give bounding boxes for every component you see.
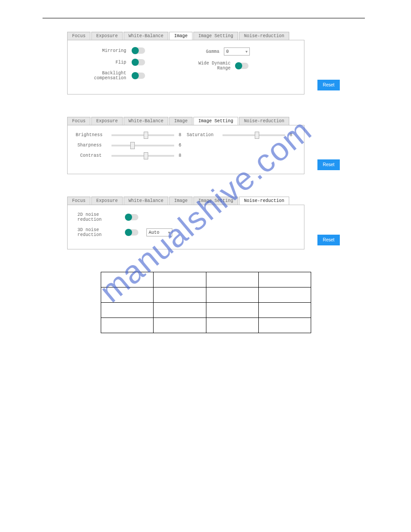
sharpness-value: 6 — [179, 143, 187, 148]
tab-white-balance[interactable]: White-Balance — [124, 117, 168, 125]
tabbar-1: Focus Exposure White-Balance Image Image… — [67, 32, 365, 40]
nr3d-mode-value: Auto — [149, 230, 159, 235]
tab-image-setting[interactable]: Image Setting — [193, 197, 238, 205]
tab-image[interactable]: Image — [169, 117, 193, 125]
nr3d-mode-select[interactable]: Auto ▼ — [146, 228, 172, 236]
table-row — [101, 272, 311, 287]
nr3d-toggle[interactable] — [125, 229, 138, 236]
tab-noise-reduction[interactable]: Noise-reduction — [239, 197, 289, 205]
saturation-value: 8 — [290, 133, 298, 137]
image-panel: Mirroring Flip Backlight compensation Ga… — [67, 40, 304, 94]
noise-reduction-panel: 2D noise reduction 3D noise reduction Au… — [67, 205, 304, 249]
tab-focus[interactable]: Focus — [67, 32, 90, 40]
sharpness-slider[interactable] — [111, 145, 174, 146]
gamma-value: 0 — [226, 49, 229, 54]
brightness-value: 8 — [179, 133, 187, 137]
brightness-slider[interactable] — [111, 134, 174, 136]
tab-white-balance[interactable]: White-Balance — [124, 32, 168, 40]
tab-image[interactable]: Image — [169, 197, 193, 205]
image-setting-panel-block: Focus Exposure White-Balance Image Image… — [67, 117, 365, 174]
tabbar-3: Focus Exposure White-Balance Image Image… — [67, 197, 365, 205]
tab-image-setting[interactable]: Image Setting — [193, 117, 238, 125]
mirroring-label: Mirroring — [76, 48, 132, 53]
flip-toggle[interactable] — [132, 59, 145, 65]
gamma-label: Gamma — [186, 49, 224, 54]
tab-image[interactable]: Image — [169, 32, 193, 40]
flip-label: Flip — [76, 60, 132, 65]
tab-focus[interactable]: Focus — [67, 117, 90, 125]
wdr-label: Wide Dynamic Range — [186, 61, 235, 71]
tab-white-balance[interactable]: White-Balance — [124, 197, 168, 205]
image-panel-block: Focus Exposure White-Balance Image Image… — [67, 32, 365, 94]
tabbar-2: Focus Exposure White-Balance Image Image… — [67, 117, 365, 125]
nr2d-toggle[interactable] — [125, 214, 138, 220]
image-setting-panel: Brightness 8 Sharpness 6 Contrast 8 — [67, 125, 304, 174]
backlight-label: Backlight compensation — [76, 71, 132, 81]
reset-button[interactable]: Reset — [317, 80, 340, 90]
table-row — [101, 303, 311, 318]
tab-image-setting[interactable]: Image Setting — [193, 32, 238, 40]
tab-exposure[interactable]: Exposure — [91, 197, 123, 205]
saturation-label: Saturation — [187, 133, 218, 137]
nr2d-label: 2D noise reduction — [76, 212, 125, 222]
gamma-select[interactable]: 0 ▼ — [224, 47, 250, 56]
sharpness-label: Sharpness — [76, 143, 107, 148]
nr3d-label: 3D noise reduction — [76, 227, 125, 237]
mirroring-toggle[interactable] — [132, 47, 145, 54]
wdr-toggle[interactable] — [235, 63, 248, 69]
chevron-down-icon: ▼ — [168, 231, 170, 235]
contrast-slider[interactable] — [111, 155, 174, 157]
table-row — [101, 287, 311, 303]
tab-focus[interactable]: Focus — [67, 197, 90, 205]
reset-button[interactable]: Reset — [317, 235, 340, 245]
page-header-rule — [43, 18, 365, 18]
noise-reduction-panel-block: Focus Exposure White-Balance Image Image… — [67, 197, 365, 249]
brightness-label: Brightness — [76, 133, 107, 137]
chevron-down-icon: ▼ — [245, 50, 248, 54]
contrast-value: 8 — [179, 153, 187, 158]
backlight-toggle[interactable] — [132, 73, 145, 79]
empty-table — [101, 272, 311, 333]
reset-button[interactable]: Reset — [317, 159, 340, 170]
tab-exposure[interactable]: Exposure — [91, 32, 123, 40]
tab-noise-reduction[interactable]: Noise-reduction — [239, 32, 289, 40]
contrast-label: Contrast — [76, 153, 107, 158]
tab-exposure[interactable]: Exposure — [91, 117, 123, 125]
table-row — [101, 318, 311, 333]
saturation-slider[interactable] — [223, 134, 285, 136]
tab-noise-reduction[interactable]: Noise-reduction — [239, 117, 289, 125]
